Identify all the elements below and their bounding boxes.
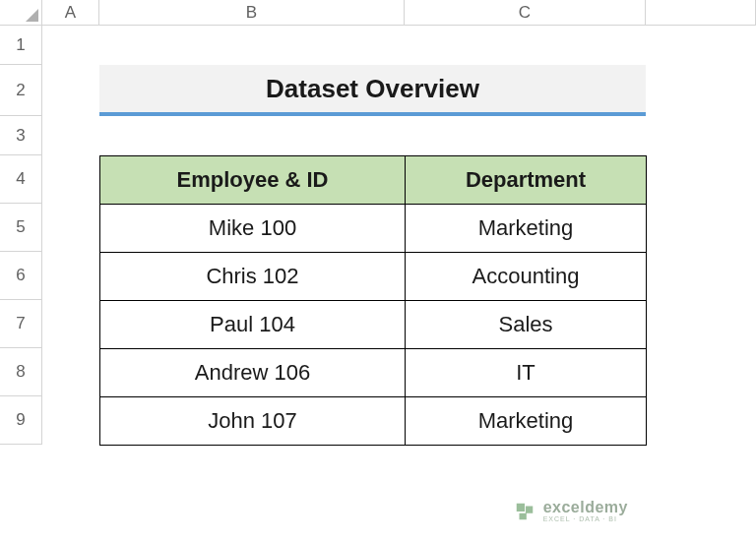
cell-employee[interactable]: Chris 102 (100, 253, 406, 301)
cell-department[interactable]: Sales (406, 301, 647, 349)
select-all-cell[interactable] (0, 0, 42, 26)
cell-employee[interactable]: Andrew 106 (100, 349, 406, 397)
data-table: Employee & ID Department Mike 100 Market… (99, 155, 647, 446)
table-row: Paul 104 Sales (100, 301, 647, 349)
table-row: Chris 102 Accounting (100, 253, 647, 301)
watermark-tagline: EXCEL · DATA · BI (543, 515, 628, 522)
column-header-C[interactable]: C (405, 0, 646, 26)
column-header-A[interactable]: A (42, 0, 99, 26)
cell-employee[interactable]: Mike 100 (100, 205, 406, 253)
watermark: exceldemy EXCEL · DATA · BI (514, 500, 628, 522)
page-title[interactable]: Dataset Overview (99, 65, 646, 116)
cell-department[interactable]: Marketing (406, 397, 647, 446)
worksheet-grid[interactable]: Dataset Overview Employee & ID Departmen… (42, 26, 756, 542)
row-header-9[interactable]: 9 (0, 396, 42, 445)
cell-department[interactable]: Accounting (406, 253, 647, 301)
row-header-8[interactable]: 8 (0, 348, 42, 396)
column-headers: A B C (42, 0, 756, 26)
table-row: Mike 100 Marketing (100, 205, 647, 253)
row-header-6[interactable]: 6 (0, 252, 42, 300)
column-header-B[interactable]: B (99, 0, 405, 26)
row-header-3[interactable]: 3 (0, 116, 42, 155)
header-employee-id[interactable]: Employee & ID (100, 156, 406, 205)
row-header-2[interactable]: 2 (0, 65, 42, 116)
table-row: Andrew 106 IT (100, 349, 647, 397)
table-row: John 107 Marketing (100, 397, 647, 446)
cell-department[interactable]: IT (406, 349, 647, 397)
row-header-4[interactable]: 4 (0, 155, 42, 204)
row-header-5[interactable]: 5 (0, 204, 42, 252)
cell-department[interactable]: Marketing (406, 205, 647, 253)
column-header-rest (646, 0, 756, 26)
watermark-brand: exceldemy (543, 500, 628, 515)
header-department[interactable]: Department (406, 156, 647, 205)
row-header-1[interactable]: 1 (0, 26, 42, 65)
table-header-row: Employee & ID Department (100, 156, 647, 205)
row-header-7[interactable]: 7 (0, 300, 42, 348)
cell-employee[interactable]: John 107 (100, 397, 406, 446)
row-headers: 1 2 3 4 5 6 7 8 9 (0, 26, 42, 445)
logo-icon (514, 501, 536, 522)
cell-employee[interactable]: Paul 104 (100, 301, 406, 349)
watermark-text: exceldemy EXCEL · DATA · BI (543, 500, 628, 522)
